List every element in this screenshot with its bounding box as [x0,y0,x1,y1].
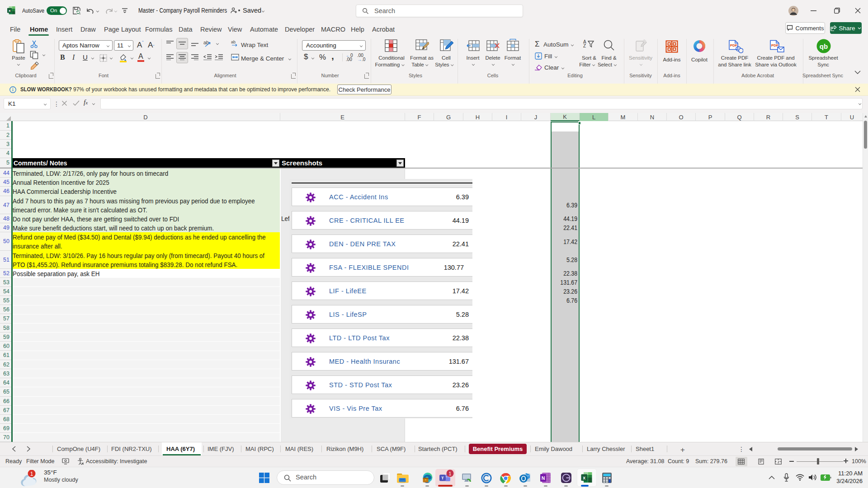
svg-text:1: 1 [30,471,33,477]
svg-text:x: x [583,475,585,480]
svg-text:PDF: PDF [730,43,737,47]
svg-text:x: x [9,9,11,13]
svg-text:ab: ab [231,40,236,44]
svg-text:T: T [441,475,444,480]
svg-text:1: 1 [449,471,452,476]
svg-text:N: N [542,475,545,481]
svg-text:qb: qb [820,42,828,50]
